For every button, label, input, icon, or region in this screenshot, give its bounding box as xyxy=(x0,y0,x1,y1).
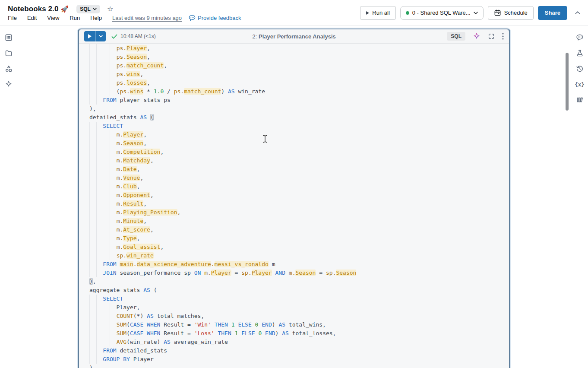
rocket-emoji: 🚀 xyxy=(61,5,69,13)
code-line: m.Season, xyxy=(89,139,509,148)
chevron-up-icon xyxy=(575,11,580,14)
code-line: COUNT(*) AS total_matches, xyxy=(89,312,509,320)
last-run-time: 10:48 AM (<1s) xyxy=(120,33,156,39)
run-options-caret[interactable] xyxy=(96,31,106,41)
code-line: GROUP BY Player xyxy=(89,355,509,364)
menu-help[interactable]: Help xyxy=(90,15,102,21)
share-button[interactable]: Share xyxy=(538,6,567,20)
collapse-header-button[interactable] xyxy=(575,11,580,14)
code-line: ) xyxy=(89,364,509,368)
expand-cell-button[interactable] xyxy=(488,33,495,40)
warehouse-selector[interactable]: 0 - Shared SQL Ware... xyxy=(400,6,484,20)
calendar-icon xyxy=(494,9,501,16)
code-line: ps.losses, xyxy=(89,79,509,87)
menu-edit[interactable]: Edit xyxy=(27,15,37,21)
code-line: m.Playing_Position, xyxy=(89,208,509,217)
code-line: m.Opponent, xyxy=(89,191,509,200)
cell-title[interactable]: 2:Player Performance Analysis xyxy=(252,33,336,40)
cell-kebab-menu[interactable] xyxy=(502,33,504,40)
table-of-contents-icon[interactable] xyxy=(3,32,15,44)
folder-icon[interactable] xyxy=(3,47,15,59)
assistant-sparkle-icon[interactable] xyxy=(3,78,15,90)
run-all-button[interactable]: Run all xyxy=(360,6,395,20)
cell-language-badge[interactable]: SQL xyxy=(447,32,465,41)
last-edit-link[interactable]: Last edit was 9 minutes ago xyxy=(112,15,182,21)
code-line: SELECT xyxy=(89,295,509,303)
code-line: FROM player_stats ps xyxy=(89,96,509,105)
code-line: FROM main.data_science_adventure.messi_v… xyxy=(89,260,509,269)
code-line: SUM(CASE WHEN Result = 'Win' THEN 1 ELSE… xyxy=(89,320,509,329)
code-line: Player, xyxy=(89,303,509,312)
chevron-down-icon xyxy=(93,8,97,10)
top-header: Notebooks 2.0 🚀 SQL ☆ File Edit View Run… xyxy=(0,0,588,26)
code-line: detailed_stats AS ( xyxy=(89,113,509,122)
experiments-flask-icon[interactable] xyxy=(574,47,586,59)
code-line: (ps.wins * 1.0 / ps.match_count) AS win_… xyxy=(89,87,509,96)
run-cell-button[interactable] xyxy=(84,31,106,41)
code-line: SELECT xyxy=(89,122,509,130)
code-line: m.Club, xyxy=(89,182,509,191)
code-line: ps.Season, xyxy=(89,53,509,61)
play-icon xyxy=(366,11,369,15)
notebook-title: Notebooks 2.0 xyxy=(8,5,59,13)
menu-file[interactable]: File xyxy=(8,15,17,21)
code-line: m.Matchday, xyxy=(89,156,509,165)
cell-run-status: 10:48 AM (<1s) xyxy=(111,33,156,39)
code-line: ), xyxy=(89,277,509,286)
run-play-icon[interactable] xyxy=(84,31,96,41)
notebook-canvas: 10:48 AM (<1s) 2:Player Performance Anal… xyxy=(17,26,571,368)
notebook-scrollbar-thumb[interactable] xyxy=(566,53,569,111)
feedback-bubble-icon xyxy=(189,15,196,21)
code-line: FROM detailed_stats xyxy=(89,346,509,355)
right-sidebar: {x} xyxy=(571,26,588,368)
code-line: AVG(win_rate) AS average_win_rate xyxy=(89,338,509,346)
cell-header: 10:48 AM (<1s) 2:Player Performance Anal… xyxy=(79,29,509,44)
code-line: m.Type, xyxy=(89,234,509,243)
code-line: ), xyxy=(89,105,509,113)
code-line: m.Minute, xyxy=(89,217,509,225)
comments-icon[interactable] xyxy=(574,32,586,44)
code-line: aggregate_stats AS ( xyxy=(89,286,509,295)
code-line: m.Result, xyxy=(89,200,509,208)
data-profile-bars-icon[interactable] xyxy=(574,94,586,106)
code-line: m.Competition, xyxy=(89,148,509,156)
warehouse-status-dot xyxy=(406,11,409,15)
menu-run[interactable]: Run xyxy=(70,15,80,21)
chevron-down-icon xyxy=(474,12,478,14)
schedule-button[interactable]: Schedule xyxy=(488,6,534,20)
provide-feedback-link[interactable]: Provide feedback xyxy=(189,15,241,21)
success-check-icon xyxy=(111,34,117,39)
notebook-language-selector[interactable]: SQL xyxy=(76,5,100,13)
code-line: m.At_score, xyxy=(89,225,509,234)
code-line: ps.wins, xyxy=(89,70,509,79)
code-editor[interactable]: ps.Player, ps.Season, ps.match_count, ps… xyxy=(79,44,509,368)
favorite-star-icon[interactable]: ☆ xyxy=(107,6,113,13)
code-line: m.Goal_assist, xyxy=(89,243,509,251)
menu-view[interactable]: View xyxy=(47,15,59,21)
code-line: SUM(CASE WHEN Result = 'Loss' THEN 1 ELS… xyxy=(89,329,509,338)
code-line: sp.win_rate xyxy=(89,251,509,260)
left-sidebar xyxy=(0,26,17,368)
sql-cell: 10:48 AM (<1s) 2:Player Performance Anal… xyxy=(78,29,510,368)
code-line: ps.match_count, xyxy=(89,61,509,70)
workflow-shapes-icon[interactable] xyxy=(3,63,15,75)
version-history-icon[interactable] xyxy=(574,63,586,75)
code-line: ps.Player, xyxy=(89,44,509,53)
code-line: m.Date, xyxy=(89,165,509,174)
code-line: JOIN season_performance sp ON m.Player =… xyxy=(89,269,509,277)
code-line: m.Venue, xyxy=(89,174,509,182)
variables-icon[interactable]: {x} xyxy=(574,78,586,90)
code-line: m.Player, xyxy=(89,130,509,139)
assistant-sparkle-button[interactable] xyxy=(473,32,481,40)
